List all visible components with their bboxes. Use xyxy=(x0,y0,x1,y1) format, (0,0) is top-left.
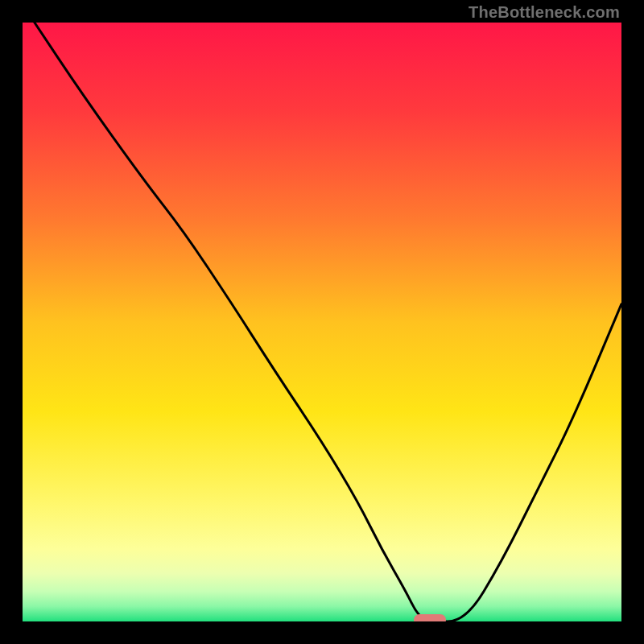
optimal-marker xyxy=(414,614,446,621)
watermark-text: TheBottleneck.com xyxy=(469,3,620,22)
plot-area xyxy=(23,23,621,621)
gradient-background xyxy=(23,23,621,621)
plot-svg xyxy=(23,23,621,621)
chart-frame: TheBottleneck.com xyxy=(0,0,644,644)
